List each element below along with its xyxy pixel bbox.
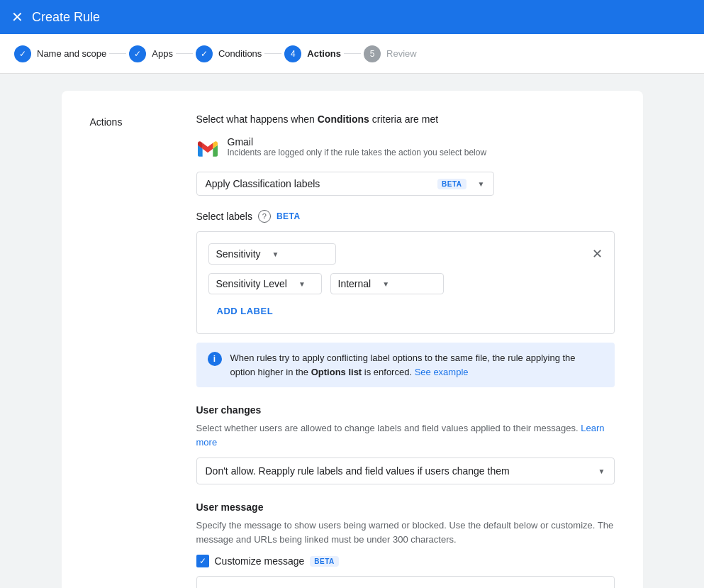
- content-card: Actions Select what happens when Conditi…: [62, 91, 643, 588]
- user-message-section: User message Specify the message to show…: [196, 501, 615, 588]
- page-title: Create Rule: [32, 10, 100, 25]
- customize-row: ✓ Customize message BETA: [196, 555, 615, 567]
- right-content: Select what happens when Conditions crit…: [196, 113, 615, 588]
- internal-value: Internal: [338, 278, 371, 289]
- step-connector-1: [109, 53, 126, 54]
- top-bar: ✕ Create Rule: [0, 0, 704, 34]
- stepper: ✓ Name and scope ✓ Apps ✓ Conditions 4 A…: [0, 34, 704, 74]
- step-1-label: Name and scope: [37, 48, 106, 59]
- internal-arrow: ▼: [382, 280, 389, 288]
- section-description: Select what happens when Conditions crit…: [196, 113, 615, 125]
- gmail-subtitle: Incidents are logged only if the rule ta…: [228, 148, 487, 157]
- step-3-circle: ✓: [196, 45, 213, 62]
- label-card-row1: Sensitivity ▼ ✕: [208, 243, 603, 265]
- description-prefix: Select what happens when: [196, 113, 318, 125]
- info-icon: i: [208, 352, 222, 366]
- sensitivity-dropdown-value: Sensitivity: [216, 248, 261, 260]
- beta-link[interactable]: BETA: [276, 211, 301, 221]
- sensitivity-dropdown-arrow: ▼: [272, 250, 279, 258]
- step-5-circle: 5: [364, 45, 381, 62]
- customize-beta-badge: BETA: [310, 556, 338, 567]
- user-message-desc: Specify the message to show users being …: [196, 518, 615, 546]
- help-icon[interactable]: ?: [258, 210, 271, 223]
- content-layout: Actions Select what happens when Conditi…: [90, 113, 615, 588]
- internal-dropdown[interactable]: Internal ▼: [330, 273, 444, 294]
- step-actions[interactable]: 4 Actions: [284, 45, 341, 62]
- gmail-info: Gmail Incidents are logged only if the r…: [228, 136, 487, 157]
- action-dropdown-row: Apply Classification labels BETA ▼: [196, 172, 615, 196]
- checkbox-check: ✓: [199, 556, 206, 566]
- step-name-and-scope[interactable]: ✓ Name and scope: [14, 45, 106, 62]
- info-bold: Options list: [311, 367, 362, 377]
- message-text: Your message contains information about …: [206, 585, 605, 588]
- message-box[interactable]: Your message contains information about …: [196, 576, 615, 588]
- actions-section-label: Actions: [90, 113, 168, 588]
- sensitivity-dropdown[interactable]: Sensitivity ▼: [208, 243, 336, 265]
- info-box: i When rules try to apply conflicting la…: [196, 343, 615, 387]
- user-changes-section: User changes Select whether users are al…: [196, 404, 615, 484]
- step-apps[interactable]: ✓ Apps: [129, 45, 173, 62]
- add-label-button[interactable]: ADD LABEL: [208, 300, 282, 322]
- add-label-row: ADD LABEL: [208, 300, 603, 322]
- select-labels-text: Select labels: [196, 211, 252, 222]
- user-changes-dropdown-value: Don't allow. Reapply rule labels and fie…: [206, 465, 510, 477]
- step-1-circle: ✓: [14, 45, 31, 62]
- action-dropdown-value: Apply Classification labels: [206, 178, 320, 189]
- customize-label: Customize message: [215, 555, 305, 567]
- user-changes-title: User changes: [196, 404, 615, 416]
- action-dropdown[interactable]: Apply Classification labels BETA ▼: [196, 172, 494, 196]
- step-2-label: Apps: [152, 48, 173, 59]
- step-5-label: Review: [386, 48, 417, 59]
- action-beta-badge: BETA: [437, 179, 466, 189]
- gmail-icon: [196, 138, 219, 160]
- sensitivity-level-arrow: ▼: [298, 280, 306, 288]
- description-suffix: criteria are met: [369, 113, 438, 125]
- close-button[interactable]: ✕: [11, 10, 23, 24]
- user-changes-dropdown[interactable]: Don't allow. Reapply rule labels and fie…: [196, 457, 615, 484]
- step-conditions[interactable]: ✓ Conditions: [196, 45, 262, 62]
- user-changes-description: Select whether users are allowed to chan…: [196, 421, 615, 449]
- step-4-circle: 4: [284, 45, 301, 62]
- sensitivity-level-dropdown[interactable]: Sensitivity Level ▼: [208, 273, 322, 294]
- user-message-title: User message: [196, 501, 615, 513]
- user-changes-arrow: ▼: [598, 467, 605, 475]
- label-card-row2: Sensitivity Level ▼ Internal ▼: [208, 273, 603, 294]
- step-review[interactable]: 5 Review: [364, 45, 417, 62]
- info-text: When rules try to apply conflicting labe…: [230, 351, 603, 379]
- see-example-link[interactable]: See example: [415, 367, 469, 377]
- main-content: Actions Select what happens when Conditi…: [0, 74, 704, 588]
- svg-marker-0: [202, 143, 213, 152]
- step-4-label: Actions: [307, 48, 341, 59]
- customize-checkbox[interactable]: ✓: [196, 555, 209, 567]
- step-connector-3: [264, 53, 281, 54]
- step-connector-4: [344, 53, 361, 54]
- step-3-label: Conditions: [218, 48, 262, 59]
- gmail-title: Gmail: [228, 136, 487, 148]
- action-dropdown-arrow: ▼: [478, 180, 485, 188]
- step-connector-2: [176, 53, 193, 54]
- select-labels-row: Select labels ? BETA: [196, 210, 615, 223]
- remove-label-button[interactable]: ✕: [592, 248, 603, 260]
- info-text-2: is enforced.: [362, 367, 414, 377]
- step-2-circle: ✓: [129, 45, 146, 62]
- description-highlight: Conditions: [318, 113, 369, 125]
- sensitivity-level-value: Sensitivity Level: [216, 278, 287, 289]
- gmail-row: Gmail Incidents are logged only if the r…: [196, 136, 615, 160]
- label-card: Sensitivity ▼ ✕ Sensitivity Level ▼ Inte…: [196, 231, 615, 334]
